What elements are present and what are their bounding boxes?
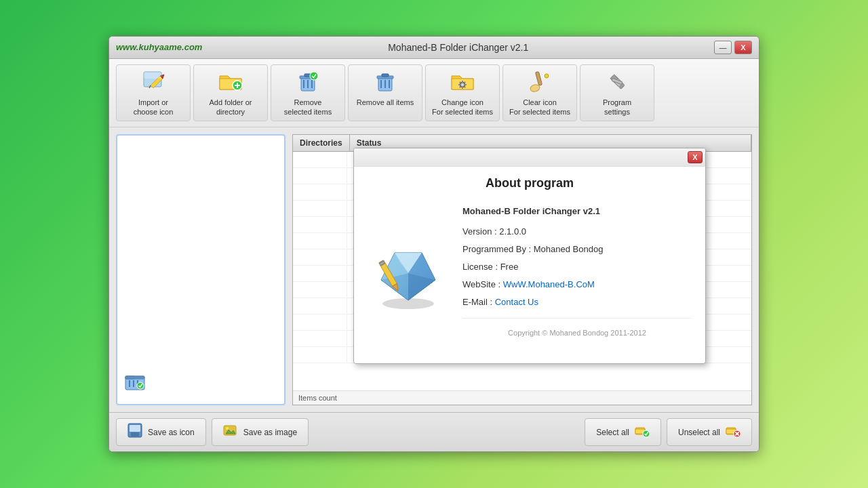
website-label: www.kuhyaame.com [116,42,202,52]
settings-button[interactable]: Programsettings [580,64,654,122]
clear-icon-button[interactable]: Clear iconFor selected items [502,64,577,122]
toolbar: Import orchoose icon Add folder ordirect… [109,59,759,128]
clear-icon-label: Clear iconFor selected items [509,98,570,117]
add-folder-button[interactable]: Add folder ordirectory [193,64,268,122]
about-info-area: Mohaned-B Folder iChanger v2.1 Version :… [462,203,692,350]
svg-rect-23 [462,81,463,83]
svg-rect-31 [535,71,542,85]
save-icon-icon [127,423,142,441]
select-all-icon [635,423,650,441]
about-email: E-Mail : Contact Us [462,293,692,311]
remove-all-label: Remove all items [357,98,414,107]
svg-rect-59 [131,432,139,436]
about-programmed-value: Mohaned Bondog [534,244,604,254]
settings-label: Programsettings [603,98,631,117]
about-app-icon-area [368,203,449,350]
about-email-link[interactable]: Contact Us [495,297,538,307]
change-icon-icon [450,69,475,95]
about-website-link[interactable]: WwW.Mohaned-B.CoM [503,279,595,289]
bottom-right-buttons: Select all Unselect all [585,418,752,446]
save-image-icon [223,423,238,441]
svg-point-22 [461,83,464,86]
title-bar-buttons: — X [714,41,752,54]
select-all-button[interactable]: Select all [585,418,661,446]
svg-point-62 [226,427,229,430]
about-license-value: Free [500,262,519,272]
items-count-bar: Items count [293,390,751,405]
about-version-value: 2.1.0.0 [499,226,526,237]
svg-rect-25 [458,84,460,85]
remove-selected-button[interactable]: Removeselected items [271,64,345,122]
svg-point-33 [545,74,549,78]
change-icon-label: Change iconFor selected items [432,98,493,117]
change-icon-button[interactable]: Change iconFor selected items [425,64,500,122]
minimize-button[interactable]: — [714,41,732,54]
import-icon [141,69,165,95]
icon-preview-panel [116,134,285,405]
about-version: Version : 2.1.0.0 [462,223,692,241]
bottom-bar: Save as icon Save as image Select all [109,412,759,451]
unselect-all-icon [726,423,741,441]
main-content: Directories Status [109,127,759,412]
svg-point-14 [310,72,318,80]
unselect-all-button[interactable]: Unselect all [667,418,752,446]
import-icon-button[interactable]: Import orchoose icon [116,64,191,122]
about-website: WebSite : WwW.Mohaned-B.CoM [462,276,692,293]
remove-selected-label: Removeselected items [284,98,332,117]
about-app-name: Mohaned-B Folder iChanger v2.1 [462,203,692,220]
about-dialog-header: X [354,148,705,167]
add-folder-icon [218,69,243,95]
svg-rect-24 [462,87,463,89]
remove-all-button[interactable]: Remove all items [348,64,422,122]
about-programmed-label: Programmed By : [462,244,531,254]
about-license-label: License : [462,262,498,272]
remove-selected-icon [296,69,320,95]
svg-rect-40 [125,376,144,379]
directories-column-header: Directories [293,135,350,151]
svg-rect-17 [382,74,389,77]
title-bar: www.kuhyaame.com Mohaned-B Folder iChang… [109,37,759,59]
svg-rect-4 [144,72,161,79]
import-icon-label: Import orchoose icon [134,98,174,117]
clear-icon-icon [528,69,552,95]
about-close-button[interactable]: X [688,151,703,163]
icon-preview-area [117,136,284,404]
about-copyright: Copyright © Mohaned Bondog 2011-2012 [462,318,692,350]
remove-all-icon [373,69,397,95]
about-body: Mohaned-B Folder iChanger v2.1 Version :… [354,203,705,363]
save-as-image-button[interactable]: Save as image [212,418,309,446]
items-count-label: Items count [298,394,337,402]
preview-icon-item [124,371,146,397]
about-version-label: Version : [462,226,497,237]
save-as-icon-button[interactable]: Save as icon [116,418,206,446]
save-as-icon-label: Save as icon [148,428,195,437]
select-all-label: Select all [596,428,629,437]
window-close-button[interactable]: X [734,41,752,54]
svg-rect-58 [130,425,140,432]
unselect-all-label: Unselect all [678,428,720,437]
save-as-image-label: Save as image [243,428,297,437]
settings-icon [605,69,629,95]
about-license: License : Free [462,258,692,276]
main-window: www.kuhyaame.com Mohaned-B Folder iChang… [108,36,760,453]
about-website-label: WebSite : [462,279,500,289]
window-title: Mohaned-B Folder iChanger v2.1 [388,42,528,53]
about-dialog: X About program [353,148,706,364]
about-title: About program [354,167,705,203]
bottom-left-buttons: Save as icon Save as image [116,418,309,446]
about-programmed: Programmed By : Mohaned Bondog [462,241,692,258]
add-folder-label: Add folder ordirectory [210,98,252,117]
about-email-label: E-Mail : [462,297,492,307]
right-panel: Directories Status [292,134,752,405]
svg-rect-26 [465,84,467,85]
